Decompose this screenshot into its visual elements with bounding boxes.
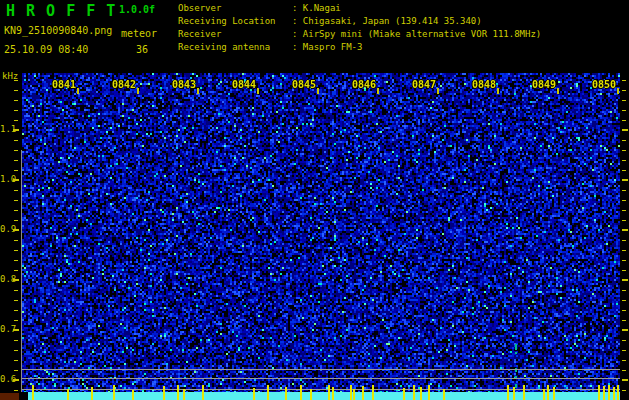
y-minor-tick: [14, 350, 18, 351]
y-major-tick: [13, 279, 19, 281]
meteor-event-tick: [420, 387, 422, 400]
y-minor-tick: [14, 90, 18, 91]
meteor-event-tick: [613, 387, 615, 400]
y-tick-label: 1.1: [0, 124, 14, 134]
info-separator: :: [292, 42, 303, 52]
y-tick-label: 1.0: [0, 174, 14, 184]
meteor-event-tick: [362, 386, 364, 400]
meteor-event-tick: [403, 388, 405, 400]
hrofft-screenshot: H R O F F T 1.0.0f KN9_2510090840.png me…: [0, 0, 629, 400]
info-row-antenna: Receiving antenna: Maspro FM-3: [178, 41, 541, 54]
meteor-event-tick: [413, 385, 415, 400]
y-minor-tick: [14, 250, 18, 251]
y-minor-tick-right: [622, 320, 626, 321]
y-minor-tick-right: [622, 370, 626, 371]
meteor-event-tick: [617, 385, 619, 400]
time-label: 0843: [167, 79, 201, 90]
meteor-event-tick: [553, 387, 555, 400]
meteor-event-tick: [507, 385, 509, 400]
y-minor-tick: [14, 300, 18, 301]
y-minor-tick-right: [622, 190, 626, 191]
time-label: 0848: [467, 79, 501, 90]
calibration-line: [22, 378, 620, 379]
y-minor-tick-right: [622, 170, 626, 171]
y-minor-tick: [14, 120, 18, 121]
meteor-event-tick: [523, 385, 525, 400]
calibration-line: [22, 389, 620, 390]
y-minor-tick: [14, 200, 18, 201]
y-minor-tick: [14, 80, 18, 81]
y-tick-label: 0.6: [0, 374, 14, 384]
y-minor-tick-right: [622, 360, 626, 361]
info-value: K.Nagai: [303, 3, 341, 13]
meteor-event-tick: [267, 385, 269, 400]
observation-datetime: 25.10.09 08:40: [4, 44, 88, 55]
y-minor-tick: [14, 360, 18, 361]
info-value: AirSpy mini (Miake alternative VOR 111.8…: [303, 29, 541, 39]
minute-tick: [617, 88, 619, 94]
meteor-event-tick: [285, 387, 287, 400]
minute-tick: [197, 88, 199, 94]
time-label: 0841: [47, 79, 81, 90]
y-major-tick-right: [622, 379, 628, 381]
y-minor-tick-right: [622, 260, 626, 261]
y-minor-tick: [14, 150, 18, 151]
y-major-tick: [13, 329, 19, 331]
meteor-event-tick: [598, 385, 600, 400]
calibration-line: [22, 369, 620, 370]
y-minor-tick-right: [622, 80, 626, 81]
meteor-event-tick: [300, 385, 302, 400]
y-minor-tick-right: [622, 110, 626, 111]
time-label: 0842: [107, 79, 141, 90]
y-tick-label: 0.8: [0, 274, 14, 284]
y-minor-tick: [14, 240, 18, 241]
y-minor-tick: [14, 220, 18, 221]
y-minor-tick: [14, 340, 18, 341]
minute-tick: [437, 88, 439, 94]
info-label: Receiving Location: [178, 15, 292, 28]
y-major-tick: [13, 129, 19, 131]
y-tick-label: 0.9: [0, 224, 14, 234]
output-filename: KN9_2510090840.png: [4, 25, 112, 36]
info-separator: :: [292, 29, 303, 39]
y-minor-tick-right: [622, 90, 626, 91]
y-minor-tick: [14, 140, 18, 141]
meteor-event-tick: [163, 386, 165, 400]
signal-level-bar: [28, 392, 620, 400]
y-minor-tick: [14, 270, 18, 271]
meteor-event-tick: [202, 385, 204, 400]
y-minor-tick: [14, 390, 18, 391]
meteor-event-tick: [353, 389, 355, 400]
meteor-event-tick: [608, 385, 610, 400]
y-tick-label: 0.7: [0, 324, 14, 334]
time-label: 0847: [407, 79, 441, 90]
minute-tick: [377, 88, 379, 94]
info-row-receiver: Receiver: AirSpy mini (Miake alternative…: [178, 28, 541, 41]
y-minor-tick-right: [622, 160, 626, 161]
station-info-block: Observer: K.Nagai Receiving Location: Ch…: [178, 2, 541, 54]
meteor-event-tick: [547, 385, 549, 400]
meteor-event-tick: [132, 390, 134, 400]
y-minor-tick-right: [622, 120, 626, 121]
meteor-event-tick: [183, 389, 185, 400]
minute-tick: [257, 88, 259, 94]
y-minor-tick-right: [622, 340, 626, 341]
y-minor-tick: [14, 320, 18, 321]
meteor-event-tick: [372, 385, 374, 400]
meteor-event-tick: [513, 387, 515, 400]
y-minor-tick: [14, 160, 18, 161]
meteor-event-tick: [428, 385, 430, 400]
meteor-event-tick: [253, 388, 255, 400]
minute-tick: [497, 88, 499, 94]
y-minor-tick: [14, 260, 18, 261]
meteor-event-tick: [603, 386, 605, 400]
left-axis-line: [21, 150, 22, 392]
y-minor-tick: [14, 100, 18, 101]
info-label: Receiver: [178, 28, 292, 41]
minute-tick: [557, 88, 559, 94]
y-major-tick-right: [622, 279, 628, 281]
meteor-event-tick: [177, 385, 179, 400]
y-minor-tick: [14, 370, 18, 371]
meteor-event-tick: [332, 387, 334, 400]
meteor-event-tick: [443, 389, 445, 400]
